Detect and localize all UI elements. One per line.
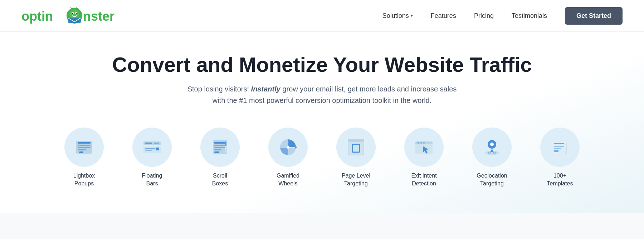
svg-rect-38 xyxy=(348,139,364,142)
svg-point-6 xyxy=(76,13,77,14)
main-nav: Solutions ▾ Features Pricing Testimonial… xyxy=(382,7,623,25)
svg-rect-22 xyxy=(145,143,152,144)
svg-rect-27 xyxy=(214,147,226,148)
svg-point-43 xyxy=(420,142,422,144)
feature-exit-intent[interactable]: Exit IntentDetection xyxy=(395,128,453,188)
feature-scroll-boxes[interactable]: ScrollBoxes xyxy=(191,128,249,188)
geolocation-icon xyxy=(481,136,503,158)
page-level-label: Page LevelTargeting xyxy=(342,172,370,188)
svg-marker-36 xyxy=(295,146,297,149)
svg-rect-57 xyxy=(554,150,558,152)
svg-rect-54 xyxy=(554,143,564,144)
get-started-button[interactable]: Get Started xyxy=(565,7,623,25)
features-row: LightboxPopups FloatingBars xyxy=(14,124,630,199)
svg-point-35 xyxy=(287,146,289,149)
svg-rect-19 xyxy=(145,148,155,149)
floating-bars-icon xyxy=(141,136,163,158)
nav-solutions[interactable]: Solutions ▾ xyxy=(382,12,413,20)
feature-floating-bars[interactable]: FloatingBars xyxy=(123,128,181,188)
svg-rect-29 xyxy=(214,151,219,153)
lightbox-icon-circle xyxy=(64,128,104,167)
lightbox-label: LightboxPopups xyxy=(73,172,95,188)
svg-rect-13 xyxy=(78,145,91,146)
svg-point-44 xyxy=(423,142,425,144)
hero-title: Convert and Monetize Your Website Traffi… xyxy=(14,53,630,76)
gamified-wheels-icon-circle xyxy=(268,128,308,167)
svg-rect-55 xyxy=(554,146,564,147)
svg-rect-21 xyxy=(156,148,159,150)
feature-page-level[interactable]: Page LevelTargeting xyxy=(327,128,385,188)
lightbox-icon xyxy=(73,136,95,158)
exit-intent-icon xyxy=(413,136,435,158)
floating-bars-icon-circle xyxy=(132,128,172,167)
solutions-chevron-icon: ▾ xyxy=(411,13,413,18)
templates-icon-circle xyxy=(540,128,580,167)
nav-pricing[interactable]: Pricing xyxy=(474,12,494,20)
page-level-icon-circle xyxy=(336,128,376,167)
svg-text:optin: optin xyxy=(21,9,53,24)
hero-section: Convert and Monetize Your Website Traffi… xyxy=(0,32,644,213)
geolocation-icon-circle xyxy=(472,128,512,167)
scroll-boxes-icon-circle xyxy=(200,128,240,167)
svg-rect-25 xyxy=(214,142,226,144)
hero-subtitle: Stop losing visitors! Instantly grow you… xyxy=(161,83,483,106)
scroll-boxes-label: ScrollBoxes xyxy=(212,172,228,188)
gamified-wheels-label: GamifiedWheels xyxy=(277,172,299,188)
svg-rect-20 xyxy=(145,150,152,151)
floating-bars-label: FloatingBars xyxy=(142,172,162,188)
templates-label: 100+Templates xyxy=(547,172,573,188)
svg-rect-16 xyxy=(79,151,83,153)
svg-rect-26 xyxy=(214,145,226,146)
templates-icon xyxy=(549,136,571,158)
logo-svg: optin nster xyxy=(21,6,114,25)
logo[interactable]: optin nster xyxy=(21,6,114,25)
nav-testimonials[interactable]: Testimonials xyxy=(512,12,547,20)
page-level-icon xyxy=(345,136,367,158)
svg-point-2 xyxy=(69,9,79,19)
exit-intent-label: Exit IntentDetection xyxy=(411,172,436,188)
nav-features[interactable]: Features xyxy=(431,12,456,20)
scroll-boxes-icon xyxy=(209,136,231,158)
header: optin nster Solutions ▾ xyxy=(0,0,644,32)
feature-geolocation[interactable]: GeolocationTargeting xyxy=(463,128,521,188)
gamified-wheels-icon xyxy=(277,136,299,158)
svg-point-42 xyxy=(418,142,419,144)
svg-rect-12 xyxy=(78,142,91,144)
svg-rect-23 xyxy=(154,143,159,144)
geolocation-label: GeolocationTargeting xyxy=(477,172,507,188)
svg-point-5 xyxy=(72,13,73,14)
exit-intent-icon-circle xyxy=(404,128,444,167)
svg-rect-56 xyxy=(554,148,561,149)
svg-rect-31 xyxy=(225,141,226,146)
feature-gamified-wheels[interactable]: GamifiedWheels xyxy=(259,128,317,188)
svg-rect-14 xyxy=(78,147,91,148)
svg-point-48 xyxy=(490,143,494,146)
feature-lightbox[interactable]: LightboxPopups xyxy=(55,128,113,188)
svg-rect-15 xyxy=(78,149,86,150)
svg-text:nster: nster xyxy=(83,9,114,24)
svg-rect-9 xyxy=(68,18,81,23)
feature-templates[interactable]: 100+Templates xyxy=(531,128,589,188)
svg-rect-28 xyxy=(214,149,221,150)
